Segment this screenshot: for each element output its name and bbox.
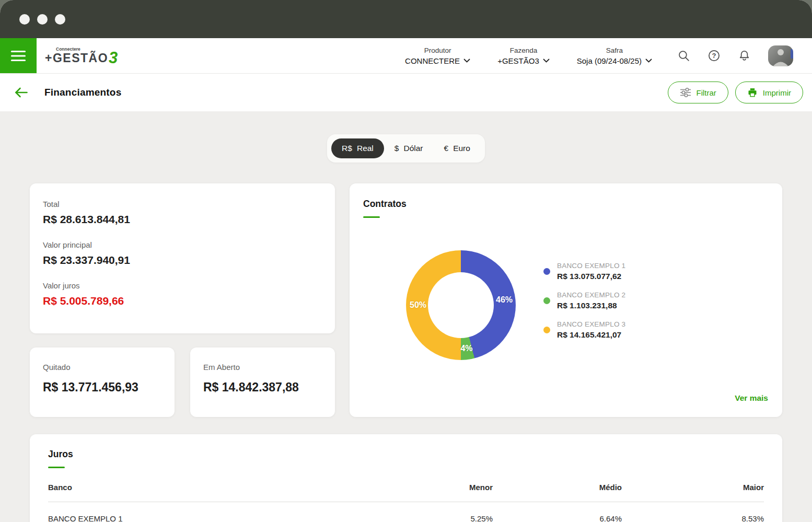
currency-toggle: R$ Real $ Dólar € Euro bbox=[327, 134, 485, 163]
cell-maior: 8.53% bbox=[622, 514, 764, 522]
legend-name: BANCO EXEMPLO 3 bbox=[557, 320, 625, 328]
fazenda-value: +GESTÃO3 bbox=[497, 56, 539, 65]
notifications-bell-icon[interactable] bbox=[738, 49, 751, 62]
quitado-label: Quitado bbox=[43, 363, 161, 372]
donut-ring[interactable]: 46% 4% 50% bbox=[406, 250, 516, 360]
contratos-title: Contratos bbox=[363, 199, 769, 210]
currency-option-real[interactable]: R$ Real bbox=[331, 138, 384, 158]
brand-logo-numeral: 3 bbox=[109, 52, 118, 64]
fazenda-dropdown[interactable]: Fazenda +GESTÃO3 bbox=[497, 47, 550, 65]
produtor-dropdown[interactable]: Produtor CONNECTERE bbox=[405, 47, 470, 65]
legend-name: BANCO EXEMPLO 2 bbox=[557, 291, 625, 299]
window-titlebar bbox=[0, 0, 812, 38]
slice-label-blue: 46% bbox=[496, 295, 513, 305]
total-label: Total bbox=[43, 200, 322, 208]
filter-button-label: Filtrar bbox=[697, 88, 716, 97]
real-symbol: R$ bbox=[342, 144, 352, 153]
filter-button[interactable]: Filtrar bbox=[668, 82, 728, 103]
currency-option-dolar[interactable]: $ Dólar bbox=[384, 138, 434, 158]
window-control-dot[interactable] bbox=[55, 14, 65, 25]
donut-hole bbox=[428, 272, 494, 338]
em-aberto-card: Em Aberto R$ 14.842.387,88 bbox=[190, 347, 335, 417]
currency-option-euro[interactable]: € Euro bbox=[434, 138, 481, 158]
brand-logo-text: +GESTÃO bbox=[45, 52, 108, 64]
euro-symbol: € bbox=[444, 144, 449, 153]
search-icon[interactable] bbox=[677, 49, 690, 62]
contratos-card: Contratos 46% 4% 50% BANCO EXEMPLO 1 bbox=[350, 183, 782, 417]
legend-item-banco-3[interactable]: BANCO EXEMPLO 3 R$ 14.165.421,07 bbox=[543, 320, 625, 340]
ver-mais-link[interactable]: Ver mais bbox=[735, 393, 768, 403]
juros-card: Juros Banco Menor Médio Maior BANCO EXEM… bbox=[30, 434, 782, 522]
principal-value: R$ 23.337.940,91 bbox=[43, 254, 322, 266]
column-medio: Médio bbox=[493, 483, 622, 492]
euro-label: Euro bbox=[453, 144, 470, 153]
brand-logo[interactable]: Connectere +GESTÃO 3 bbox=[45, 47, 118, 65]
slice-label-yellow: 50% bbox=[410, 300, 426, 310]
slice-label-green: 4% bbox=[460, 344, 472, 353]
header-icon-bar: ? bbox=[677, 45, 793, 66]
juros-table-header: Banco Menor Médio Maior bbox=[48, 483, 764, 502]
cell-menor: 5.25% bbox=[409, 514, 493, 522]
legend-item-banco-2[interactable]: BANCO EXEMPLO 2 R$ 1.103.231,88 bbox=[543, 291, 625, 310]
chevron-down-icon bbox=[543, 59, 550, 63]
legend-dot-yellow bbox=[543, 327, 550, 333]
filter-sliders-icon bbox=[680, 88, 691, 97]
title-underline bbox=[363, 216, 380, 218]
column-banco: Banco bbox=[48, 483, 409, 492]
browser-window: Connectere +GESTÃO 3 Produtor CONNECTERE… bbox=[0, 0, 812, 522]
page-title: Financiamentos bbox=[44, 87, 121, 98]
page-content: R$ Real $ Dólar € Euro Total R$ 28.6 bbox=[0, 111, 812, 522]
produtor-label: Produtor bbox=[424, 47, 451, 54]
context-selectors: Produtor CONNECTERE Fazenda +GESTÃO3 Saf… bbox=[405, 47, 652, 65]
back-arrow-icon bbox=[14, 87, 28, 98]
hamburger-icon bbox=[10, 50, 26, 62]
help-icon[interactable]: ? bbox=[707, 49, 721, 62]
cell-banco: BANCO EXEMPLO 1 bbox=[48, 514, 409, 522]
juros-title: Juros bbox=[48, 449, 764, 460]
app-header: Connectere +GESTÃO 3 Produtor CONNECTERE… bbox=[0, 38, 812, 73]
dolar-symbol: $ bbox=[395, 144, 399, 153]
column-maior: Maior bbox=[622, 483, 764, 492]
juros-value: R$ 5.005.789,66 bbox=[43, 295, 322, 307]
legend-value: R$ 1.103.231,88 bbox=[557, 301, 625, 310]
real-label: Real bbox=[357, 144, 374, 153]
legend-dot-blue bbox=[543, 268, 550, 275]
quitado-card: Quitado R$ 13.771.456,93 bbox=[30, 347, 175, 417]
window-control-dot[interactable] bbox=[37, 14, 48, 25]
principal-label: Valor principal bbox=[43, 240, 322, 249]
totals-card: Total R$ 28.613.844,81 Valor principal R… bbox=[30, 183, 335, 333]
user-avatar[interactable] bbox=[768, 45, 793, 66]
print-button[interactable]: Imprimir bbox=[735, 82, 803, 103]
legend-value: R$ 13.075.077,62 bbox=[557, 272, 625, 281]
svg-text:?: ? bbox=[712, 52, 716, 60]
legend-dot-green bbox=[543, 297, 550, 304]
total-value: R$ 28.613.844,81 bbox=[43, 213, 322, 226]
safra-label: Safra bbox=[606, 47, 623, 54]
dolar-label: Dólar bbox=[403, 144, 423, 153]
safra-value: Soja (09/24-08/25) bbox=[577, 56, 642, 65]
title-underline bbox=[48, 467, 65, 468]
juros-label: Valor juros bbox=[43, 281, 322, 290]
legend-name: BANCO EXEMPLO 1 bbox=[557, 262, 625, 270]
chevron-down-icon bbox=[645, 59, 652, 63]
legend-item-banco-1[interactable]: BANCO EXEMPLO 1 R$ 13.075.077,62 bbox=[543, 262, 625, 281]
chart-legend: BANCO EXEMPLO 1 R$ 13.075.077,62 BANCO E… bbox=[543, 262, 625, 340]
chevron-down-icon bbox=[463, 59, 470, 63]
em-aberto-value: R$ 14.842.387,88 bbox=[203, 380, 322, 395]
window-control-dot[interactable] bbox=[19, 14, 30, 25]
page-toolbar: Financiamentos Filtrar Imprimir bbox=[0, 73, 812, 111]
menu-button[interactable] bbox=[0, 38, 37, 73]
produtor-value: CONNECTERE bbox=[405, 56, 460, 65]
column-menor: Menor bbox=[409, 483, 493, 492]
cell-medio: 6.64% bbox=[493, 514, 622, 522]
back-button[interactable] bbox=[14, 87, 28, 98]
table-row[interactable]: BANCO EXEMPLO 1 5.25% 6.64% 8.53% bbox=[48, 502, 764, 522]
print-button-label: Imprimir bbox=[763, 88, 791, 97]
quitado-value: R$ 13.771.456,93 bbox=[43, 380, 161, 395]
fazenda-label: Fazenda bbox=[510, 47, 538, 54]
safra-dropdown[interactable]: Safra Soja (09/24-08/25) bbox=[577, 47, 652, 65]
printer-icon bbox=[747, 87, 758, 98]
em-aberto-label: Em Aberto bbox=[203, 363, 322, 372]
contratos-donut-chart: 46% 4% 50% bbox=[406, 250, 516, 360]
legend-value: R$ 14.165.421,07 bbox=[557, 330, 625, 340]
